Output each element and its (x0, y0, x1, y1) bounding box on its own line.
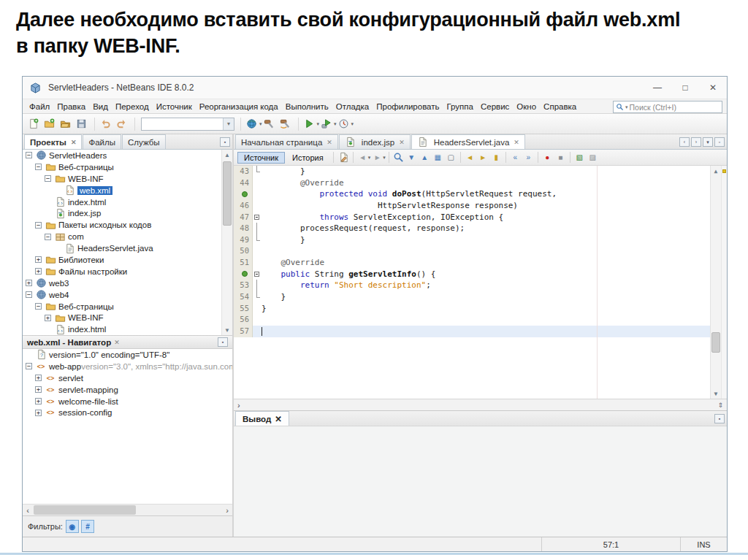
tab-headersservlet-java[interactable]: HeadersServlet.java✕ (411, 134, 525, 149)
scrollbar-thumb[interactable] (34, 505, 136, 515)
expand-icon[interactable]: + (35, 410, 42, 416)
code-line[interactable]: 55} (234, 303, 727, 315)
fold-margin[interactable] (253, 200, 262, 212)
comment-button[interactable]: ▧ (573, 152, 586, 164)
code-line[interactable]: protected void doPost(HttpServletRequest… (234, 188, 727, 200)
tree-item[interactable]: +WEB-INF (23, 312, 232, 323)
clean-build-button[interactable] (278, 116, 294, 132)
collapse-icon[interactable]: − (26, 152, 32, 158)
menu-item-группа[interactable]: Группа (443, 101, 477, 112)
navigator-filter-at-button[interactable]: ◉ (66, 520, 79, 533)
expand-icon[interactable]: + (35, 386, 42, 393)
config-combobox[interactable]: ▾ (141, 118, 234, 131)
debug-button[interactable] (319, 116, 335, 132)
tab-index-jsp[interactable]: index.jsp✕ (339, 134, 411, 149)
redo-button[interactable] (115, 116, 131, 132)
expand-icon[interactable]: + (45, 315, 51, 321)
scroll-down-icon[interactable]: ▼ (222, 325, 232, 335)
tab-начальная-страница[interactable]: Начальная страница✕ (235, 134, 338, 149)
menu-item-окно[interactable]: Окно (513, 101, 540, 112)
tree-item[interactable]: ?version="1.0" encoding="UTF-8" (23, 349, 232, 361)
run-button[interactable] (302, 116, 318, 132)
collapse-icon[interactable]: − (45, 234, 51, 240)
build-button[interactable] (262, 116, 278, 132)
fold-margin[interactable] (253, 291, 262, 303)
menu-item-источник[interactable]: Источник (153, 101, 196, 112)
code-line[interactable]: 47 throws ServletException, IOException … (234, 212, 727, 223)
expand-icon[interactable]: + (35, 398, 42, 404)
menu-item-файл[interactable]: Файл (26, 101, 53, 112)
code-line[interactable]: 57 (234, 326, 727, 337)
tree-item[interactable]: −com (23, 231, 232, 242)
fold-margin[interactable] (253, 280, 262, 291)
find-selection-button[interactable] (392, 152, 405, 164)
tree-item[interactable]: index.html (23, 196, 232, 208)
rectangular-selection-button[interactable]: ▢ (445, 152, 457, 164)
tree-item[interactable]: +<>session-config (23, 407, 232, 418)
code-line[interactable]: 43 } (234, 166, 727, 177)
expand-icon[interactable]: + (35, 375, 42, 381)
fold-margin[interactable] (253, 166, 262, 177)
code-line[interactable]: 44 @Override (234, 177, 727, 189)
scroll-down-icon[interactable]: ▼ (711, 388, 721, 399)
fold-margin[interactable] (253, 177, 262, 189)
stop-macro-record-button[interactable]: ■ (554, 152, 567, 164)
code-line[interactable]: 46 HttpServletResponse response) (234, 200, 727, 212)
code-fold-icon[interactable] (254, 215, 259, 220)
forward-button[interactable]: ► (371, 152, 383, 164)
scroll-tabs-left-icon[interactable]: ‹ (679, 137, 690, 147)
close-button[interactable]: ✕ (699, 77, 727, 99)
fold-margin[interactable] (253, 314, 262, 326)
find-next-button[interactable]: ▼ (405, 152, 418, 164)
history-view-button[interactable]: История (286, 153, 329, 163)
chevron-down-icon[interactable]: ▾ (223, 118, 234, 130)
start-macro-record-button[interactable]: ● (541, 152, 554, 164)
fold-margin[interactable] (253, 269, 262, 280)
profile-button[interactable] (337, 116, 353, 132)
resize-icon[interactable]: ⇕ (717, 402, 723, 409)
collapse-icon[interactable]: − (26, 291, 32, 298)
fold-margin[interactable] (253, 257, 262, 269)
collapse-icon[interactable]: − (26, 363, 32, 369)
scroll-up-icon[interactable]: ▲ (222, 150, 232, 160)
tree-item[interactable]: index.jsp (23, 207, 232, 219)
tree-item-selected[interactable]: web.xml (23, 185, 232, 196)
tree-item[interactable]: +web3 (23, 277, 232, 289)
tree-item[interactable]: −Пакеты исходных кодов (23, 219, 232, 231)
menu-item-реорганизация-кода[interactable]: Реорганизация кода (196, 101, 282, 112)
deploy-button[interactable] (245, 116, 261, 132)
tree-item[interactable]: −Веб-страницы (23, 301, 232, 312)
code-editor[interactable]: 43 }44 @Override protected void doPost(H… (234, 166, 727, 399)
tree-item[interactable]: HeadersServlet.java (23, 242, 232, 254)
tab-службы[interactable]: Службы (122, 134, 166, 149)
code-line[interactable]: public String getServletInfo() { (234, 269, 727, 280)
tree-item[interactable]: +<>welcome-file-list (23, 396, 232, 407)
tree-item[interactable]: −<>web-app version="3.0", xmlns="http://… (23, 361, 232, 372)
find-previous-button[interactable]: ▲ (419, 152, 431, 164)
back-button[interactable]: ◄ (356, 152, 369, 164)
save-all-button[interactable] (75, 116, 91, 132)
editor-scrollbar[interactable]: ▲ ▼ (710, 166, 721, 399)
projects-scrollbar[interactable]: ▲ ▼ (221, 150, 232, 335)
previous-bookmark-button[interactable]: ◄ (464, 152, 476, 164)
expand-icon[interactable]: + (35, 268, 42, 275)
collapse-icon[interactable]: − (45, 175, 51, 182)
navigator-filter-grid-button[interactable]: # (81, 520, 94, 533)
collapse-icon[interactable]: − (35, 303, 42, 310)
toggle-bookmark-button[interactable]: ▮ (490, 152, 503, 164)
fold-margin[interactable] (253, 245, 262, 257)
scroll-tabs-right-icon[interactable]: › (691, 137, 701, 147)
chevron-down-icon[interactable]: ▾ (351, 121, 354, 127)
tab-файлы[interactable]: Файлы (83, 134, 121, 149)
output-console[interactable] (234, 426, 727, 537)
menu-item-переход[interactable]: Переход (112, 101, 153, 112)
undo-button[interactable] (99, 116, 115, 132)
minimize-window-icon[interactable]: ▪ (218, 337, 228, 347)
breadcrumb-expand-icon[interactable]: › (237, 401, 240, 410)
maximize-window-icon[interactable]: ▫ (714, 137, 725, 147)
tree-item[interactable]: −Веб-страницы (23, 161, 232, 173)
scrollbar-thumb[interactable] (711, 332, 720, 353)
menu-item-справка[interactable]: Справка (540, 101, 580, 112)
uncomment-button[interactable]: ▨ (587, 152, 599, 164)
expand-icon[interactable]: + (35, 256, 42, 263)
